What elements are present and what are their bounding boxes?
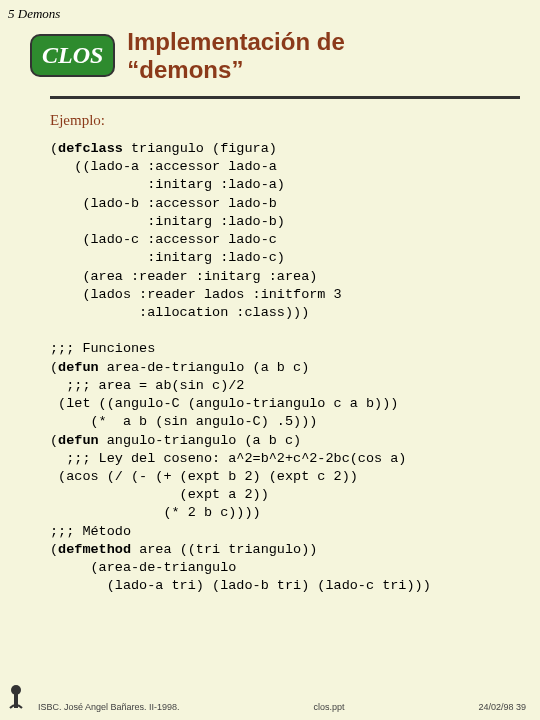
code-line: :allocation :class))) [50,305,309,320]
footer: ISBC. José Angel Bañares. II-1998. clos.… [0,684,540,712]
code-line: triangulo (figura) [123,141,277,156]
code-line: :initarg :lado-b) [50,214,285,229]
code-line: ((lado-a :accessor lado-a [50,159,277,174]
footer-author: ISBC. José Angel Bañares. II-1998. [38,702,180,712]
code-line: (lado-b :accessor lado-b [50,196,277,211]
title-line2: “demons” [127,56,243,83]
code-line: angulo-triangulo (a b c) [99,433,302,448]
code-line: (area :reader :initarg :area) [50,269,317,284]
code-line: area-de-triangulo (a b c) [99,360,310,375]
code-line: (lado-c :accessor lado-c [50,232,277,247]
code-line: (* a b (sin angulo-C) .5))) [50,414,317,429]
title-line1: Implementación de [127,28,344,55]
keyword-defmethod: defmethod [58,542,131,557]
footer-filename: clos.ppt [180,702,479,712]
logo-icon [6,684,26,712]
code-line: (expt a 2)) [50,487,269,502]
page-title: Implementación de “demons” [127,28,344,83]
code-line: ( [50,433,58,448]
header: CLOS Implementación de “demons” [30,28,520,83]
clos-badge: CLOS [30,34,115,77]
code-line: ( [50,141,58,156]
code-line: ( [50,360,58,375]
code-line: area ((tri triangulo)) [131,542,317,557]
code-line: (* 2 b c)))) [50,505,261,520]
title-underline [50,96,520,99]
code-line: (area-de-triangulo [50,560,236,575]
keyword-defun: defun [58,433,99,448]
code-line: ;;; area = ab(sin c)/2 [50,378,244,393]
code-line: :initarg :lado-a) [50,177,285,192]
code-line: :initarg :lado-c) [50,250,285,265]
code-line: (let ((angulo-C (angulo-triangulo c a b)… [50,396,398,411]
slide: 5 Demons CLOS Implementación de “demons”… [0,0,540,720]
code-line: ;;; Ley del coseno: a^2=b^2+c^2-2bc(cos … [50,451,406,466]
keyword-defclass: defclass [58,141,123,156]
code-block: (defclass triangulo (figura) ((lado-a :a… [50,140,526,595]
code-line: (lados :reader lados :initform 3 [50,287,342,302]
example-label: Ejemplo: [50,112,105,129]
keyword-defun: defun [58,360,99,375]
chapter-label: 5 Demons [8,6,60,22]
code-line: (lado-a tri) (lado-b tri) (lado-c tri))) [50,578,431,593]
code-line: ;;; Método [50,524,131,539]
svg-point-0 [11,685,21,695]
code-line: ( [50,542,58,557]
code-line: ;;; Funciones [50,341,155,356]
footer-date-page: 24/02/98 39 [478,702,526,712]
code-line: (acos (/ (- (+ (expt b 2) (expt c 2)) [50,469,358,484]
